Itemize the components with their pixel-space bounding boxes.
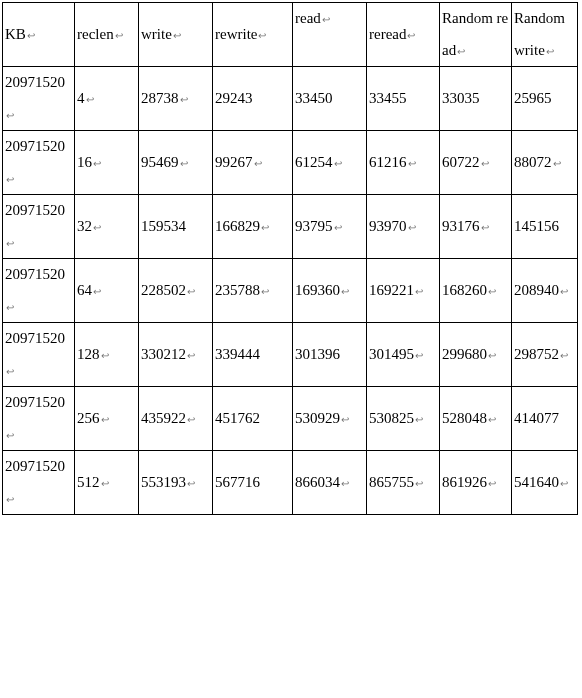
cell-random-write: 25965 xyxy=(512,67,578,131)
cell-write: 553193↩ xyxy=(139,451,213,515)
cell-rewrite: 99267↩ xyxy=(213,131,293,195)
header-rewrite: rewrite↩ xyxy=(213,3,293,67)
benchmark-table: KB↩ reclen↩ write↩ rewrite↩ read↩ reread… xyxy=(2,2,578,515)
cell-read: 301396 xyxy=(293,323,367,387)
cell-random-read: 528048↩ xyxy=(440,387,512,451)
cell-kb: 20971520↩ xyxy=(3,131,75,195)
cell-reread: 33455 xyxy=(367,67,440,131)
cell-random-read: 861926↩ xyxy=(440,451,512,515)
header-read: read↩ xyxy=(293,3,367,67)
cell-reread: 93970↩ xyxy=(367,195,440,259)
cell-rewrite: 339444 xyxy=(213,323,293,387)
cell-reclen: 16↩ xyxy=(75,131,139,195)
cell-reclen: 64↩ xyxy=(75,259,139,323)
cell-reclen: 256↩ xyxy=(75,387,139,451)
cell-reread: 301495↩ xyxy=(367,323,440,387)
cell-kb: 20971520↩ xyxy=(3,259,75,323)
table-row: 20971520↩128↩330212↩339444301396301495↩2… xyxy=(3,323,578,387)
cell-rewrite: 29243 xyxy=(213,67,293,131)
cell-reclen: 128↩ xyxy=(75,323,139,387)
header-random-read: Random read↩ xyxy=(440,3,512,67)
cell-write: 228502↩ xyxy=(139,259,213,323)
cell-kb: 20971520↩ xyxy=(3,387,75,451)
header-row: KB↩ reclen↩ write↩ rewrite↩ read↩ reread… xyxy=(3,3,578,67)
cell-random-write: 298752↩ xyxy=(512,323,578,387)
cell-reclen: 32↩ xyxy=(75,195,139,259)
cell-random-write: 541640↩ xyxy=(512,451,578,515)
cell-random-write: 145156 xyxy=(512,195,578,259)
cell-kb: 20971520↩ xyxy=(3,323,75,387)
cell-kb: 20971520↩ xyxy=(3,67,75,131)
cell-read: 866034↩ xyxy=(293,451,367,515)
cell-write: 330212↩ xyxy=(139,323,213,387)
table-body: 20971520↩4↩28738↩29243334503345533035259… xyxy=(3,67,578,515)
cell-reclen: 512↩ xyxy=(75,451,139,515)
cell-write: 159534 xyxy=(139,195,213,259)
cell-reread: 865755↩ xyxy=(367,451,440,515)
cell-read: 93795↩ xyxy=(293,195,367,259)
cell-reread: 61216↩ xyxy=(367,131,440,195)
header-kb: KB↩ xyxy=(3,3,75,67)
table-row: 20971520↩16↩95469↩99267↩61254↩61216↩6072… xyxy=(3,131,578,195)
table-row: 20971520↩256↩435922↩451762530929↩530825↩… xyxy=(3,387,578,451)
table-row: 20971520↩512↩553193↩567716866034↩865755↩… xyxy=(3,451,578,515)
cell-random-read: 60722↩ xyxy=(440,131,512,195)
header-write: write↩ xyxy=(139,3,213,67)
cell-random-read: 168260↩ xyxy=(440,259,512,323)
cell-rewrite: 567716 xyxy=(213,451,293,515)
cell-rewrite: 235788↩ xyxy=(213,259,293,323)
cell-random-read: 93176↩ xyxy=(440,195,512,259)
header-reread: reread↩ xyxy=(367,3,440,67)
cell-random-read: 33035 xyxy=(440,67,512,131)
cell-random-write: 88072↩ xyxy=(512,131,578,195)
cell-kb: 20971520↩ xyxy=(3,195,75,259)
header-random-write: Random write↩ xyxy=(512,3,578,67)
cell-reread: 530825↩ xyxy=(367,387,440,451)
cell-write: 435922↩ xyxy=(139,387,213,451)
cell-kb: 20971520↩ xyxy=(3,451,75,515)
header-reclen: reclen↩ xyxy=(75,3,139,67)
cell-read: 33450 xyxy=(293,67,367,131)
table-row: 20971520↩32↩159534166829↩93795↩93970↩931… xyxy=(3,195,578,259)
cell-rewrite: 166829↩ xyxy=(213,195,293,259)
cell-random-write: 414077 xyxy=(512,387,578,451)
cell-read: 530929↩ xyxy=(293,387,367,451)
cell-read: 61254↩ xyxy=(293,131,367,195)
cell-read: 169360↩ xyxy=(293,259,367,323)
cell-random-write: 208940↩ xyxy=(512,259,578,323)
table-row: 20971520↩4↩28738↩29243334503345533035259… xyxy=(3,67,578,131)
table-row: 20971520↩64↩228502↩235788↩169360↩169221↩… xyxy=(3,259,578,323)
cell-reclen: 4↩ xyxy=(75,67,139,131)
cell-random-read: 299680↩ xyxy=(440,323,512,387)
cell-write: 28738↩ xyxy=(139,67,213,131)
cell-rewrite: 451762 xyxy=(213,387,293,451)
cell-reread: 169221↩ xyxy=(367,259,440,323)
cell-write: 95469↩ xyxy=(139,131,213,195)
